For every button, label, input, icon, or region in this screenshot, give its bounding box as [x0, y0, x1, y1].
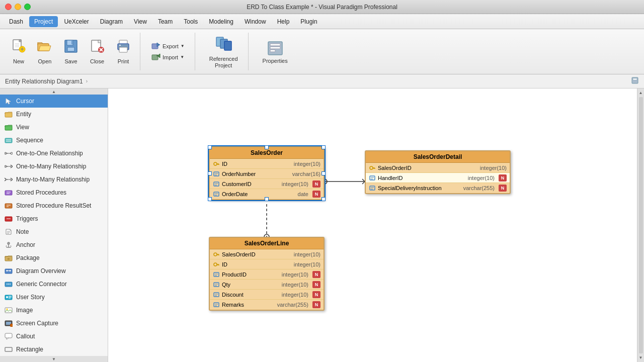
svg-rect-31: [270, 44, 280, 46]
sidebar-item-anchor[interactable]: Anchor: [0, 238, 108, 251]
sidebar-item-note[interactable]: Note: [0, 225, 108, 238]
sidebar-item-package[interactable]: Package: [0, 251, 108, 264]
sales-order-detail-field-special: SpecialDeliveryInstruction varchar(255) …: [366, 183, 510, 193]
handle-tr[interactable]: [321, 145, 326, 149]
sales-order-field-customerid: CustomerID integer(10) N: [210, 179, 324, 189]
open-button[interactable]: Open: [32, 34, 57, 69]
svg-rect-11: [71, 41, 72, 44]
menu-tools[interactable]: Tools: [179, 16, 203, 27]
svg-rect-33: [270, 50, 275, 52]
sidebar-item-anchor-label: Anchor: [16, 241, 35, 248]
menu-help[interactable]: Help: [272, 16, 295, 27]
close-window-btn[interactable]: [5, 4, 12, 10]
key-icon-sod-id: [369, 164, 376, 171]
sidebar-item-one-to-one[interactable]: One-to-One Relationship: [0, 147, 108, 160]
sidebar-item-many-to-many[interactable]: Many-to-Many Relationship: [0, 173, 108, 186]
minimize-window-btn[interactable]: [15, 4, 21, 10]
sidebar-item-one-to-one-label: One-to-One Relationship: [16, 150, 83, 157]
save-button[interactable]: Save: [58, 34, 84, 69]
scroll-right-down[interactable]: ▼: [638, 354, 644, 361]
sidebar-item-note-label: Note: [16, 228, 29, 235]
scroll-right-up[interactable]: ▲: [638, 89, 644, 96]
svg-rect-37: [5, 113, 12, 117]
sidebar-item-user-story[interactable]: User Story: [0, 291, 108, 304]
menu-dash[interactable]: Dash: [4, 16, 28, 27]
menu-team[interactable]: Team: [153, 16, 178, 27]
handle-ml[interactable]: [208, 171, 212, 175]
menu-view[interactable]: View: [129, 16, 152, 27]
sidebar-item-image[interactable]: Image: [0, 304, 108, 317]
menu-uexceler[interactable]: UeXceler: [59, 16, 94, 27]
svg-point-118: [214, 253, 217, 256]
key-icon-id: [213, 160, 220, 167]
sidebar-item-diagram-overview[interactable]: Diagram Overview: [0, 264, 108, 278]
sidebar-item-sequence[interactable]: Sequence: [0, 134, 108, 147]
sidebar-item-view[interactable]: View: [0, 121, 108, 134]
sidebar-item-cursor-label: Cursor: [16, 98, 34, 105]
sidebar-item-screen-capture[interactable]: Screen Capture: [0, 317, 108, 330]
view-icon: [4, 123, 13, 132]
sidebar-item-user-story-label: User Story: [16, 294, 45, 301]
print-label: Print: [118, 58, 129, 64]
close-button[interactable]: Close: [85, 34, 110, 69]
field-icon-orderdate: [213, 191, 220, 198]
sidebar-item-cursor[interactable]: Cursor: [0, 95, 108, 108]
svg-rect-29: [224, 41, 231, 50]
key-icon-sol-id: [213, 261, 220, 268]
sidebar-item-view-label: View: [16, 124, 29, 131]
handle-mr[interactable]: [321, 171, 326, 175]
referenced-project-label: ReferencedProject: [209, 56, 238, 69]
sidebar-item-entity[interactable]: Entity: [0, 108, 108, 121]
import-button[interactable]: Import ▼: [147, 52, 189, 62]
menu-diagram[interactable]: Diagram: [95, 16, 128, 27]
user-story-icon: [4, 293, 13, 302]
sidebar-item-one-to-many[interactable]: One-to-Many Relationship: [0, 160, 108, 173]
sequence-icon: [4, 136, 13, 145]
canvas[interactable]: SalesOrder ID integer(10) OrderNumber va…: [108, 88, 637, 362]
handle-tc[interactable]: [265, 145, 269, 149]
window-controls: [5, 4, 31, 10]
svg-rect-72: [6, 270, 8, 272]
sidebar-item-callout[interactable]: Callout: [0, 330, 108, 343]
cursor-icon: [4, 97, 13, 106]
sidebar-scroll-up[interactable]: ▲: [0, 88, 108, 95]
menu-modeling[interactable]: Modeling: [204, 16, 238, 27]
sidebar-item-triggers-label: Triggers: [16, 215, 38, 222]
sales-order-line-entity[interactable]: SalesOrderLine SalesOrderID integer(10) …: [209, 237, 325, 311]
main-area: ▲ Cursor Entity View: [0, 88, 644, 362]
print-button[interactable]: Print: [111, 34, 136, 69]
menu-plugin[interactable]: Plugin: [295, 16, 322, 27]
maximize-window-btn[interactable]: [24, 4, 31, 10]
svg-rect-102: [214, 182, 219, 186]
package-icon: [4, 253, 13, 262]
svg-rect-39: [5, 138, 12, 143]
sidebar-item-triggers[interactable]: Triggers: [0, 212, 108, 225]
new-button[interactable]: + New: [6, 34, 31, 69]
save-label: Save: [64, 58, 77, 64]
sidebar-item-screen-capture-label: Screen Capture: [16, 320, 58, 327]
sidebar-item-entity-label: Entity: [16, 111, 31, 118]
handle-br[interactable]: [321, 197, 326, 201]
one-to-one-icon: [4, 149, 13, 158]
sidebar-item-rectangle[interactable]: Rectangle: [0, 343, 108, 356]
handle-bl[interactable]: [208, 197, 212, 201]
sidebar-item-stored-procedures[interactable]: Stored Procedures: [0, 186, 108, 199]
sales-order-entity[interactable]: SalesOrder ID integer(10) OrderNumber va…: [209, 146, 325, 200]
export-button[interactable]: Export ▼: [147, 41, 189, 51]
sidebar-item-generic-connector[interactable]: Generic Connector: [0, 278, 108, 291]
referenced-project-button[interactable]: ReferencedProject: [205, 32, 242, 71]
menu-window[interactable]: Window: [239, 16, 271, 27]
sidebar-item-stored-procedure-resultset[interactable]: Stored Procedure ResultSet: [0, 199, 108, 212]
svg-text:+: +: [20, 46, 24, 53]
breadcrumb-diagram-icon: [631, 76, 639, 86]
breadcrumb-bar: Entity Relationship Diagram1 ›: [0, 74, 644, 88]
sidebar-scroll-down[interactable]: ▼: [0, 356, 108, 362]
null-badge-remarks: N: [312, 301, 320, 308]
menu-project[interactable]: Project: [29, 16, 58, 27]
right-scrollbar[interactable]: ▲ ▼: [637, 88, 644, 362]
handle-bc[interactable]: [265, 197, 269, 201]
handle-tl[interactable]: [208, 145, 212, 149]
sales-order-detail-entity[interactable]: SalesOrderDetail SalesOrderID integer(10…: [365, 150, 511, 194]
properties-button[interactable]: Properties: [259, 38, 292, 66]
field-icon-handlerid: [369, 174, 376, 182]
